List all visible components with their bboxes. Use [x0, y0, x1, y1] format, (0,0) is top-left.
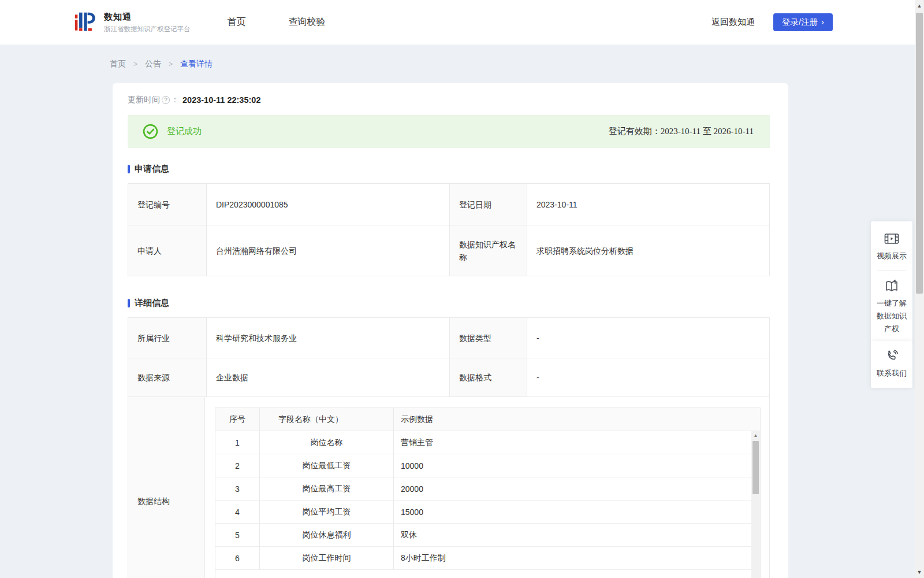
breadcrumb-separator: >	[169, 60, 173, 68]
cell-example: 8小时工作制	[394, 547, 751, 569]
update-time-value: 2023-10-11 22:35:02	[182, 95, 260, 105]
section-title-text: 申请信息	[135, 164, 169, 175]
breadcrumb-notice[interactable]: 公告	[145, 59, 161, 69]
breadcrumb-home[interactable]: 首页	[110, 59, 126, 69]
table-row: 1 岗位名称 营销主管	[215, 431, 751, 454]
section-bar-icon	[128, 165, 130, 173]
data-structure-label: 数据结构	[128, 397, 204, 578]
scroll-up-icon[interactable]: ▲	[751, 433, 760, 438]
detail-info-table: 所属行业 科学研究和技术服务业 数据类型 - 数据来源 企业数据 数据格式 - …	[128, 317, 770, 578]
update-time-label: 更新时间	[128, 95, 160, 105]
cell-field: 岗位最低工资	[260, 454, 394, 477]
cell-field: 岗位休息福利	[260, 524, 394, 546]
reg-no-label: 登记编号	[128, 184, 206, 225]
cell-field: 岗位最高工资	[260, 477, 394, 500]
table-row: 所属行业 科学研究和技术服务业 数据类型 -	[128, 318, 769, 358]
table-row: 数据结构 序号 字段名称（中文） 示例数据 1 岗位名称 营销主管	[128, 397, 769, 578]
contact-us-label: 联系我们	[877, 367, 907, 380]
breadcrumb-separator: >	[133, 60, 137, 68]
status-text: 登记成功	[167, 126, 202, 137]
nav-home[interactable]: 首页	[228, 16, 246, 28]
section-bar-icon	[128, 299, 130, 307]
learn-ip-label: 一键了解数据知识产权	[875, 297, 908, 335]
video-icon	[884, 232, 899, 246]
table-row: 申请人 台州浩瀚网络有限公司 数据知识产权名称 求职招聘系统岗位分析数据	[128, 225, 769, 276]
back-to-shuzhitong-link[interactable]: 返回数知通	[711, 17, 755, 28]
data-source-label: 数据来源	[128, 358, 206, 397]
cell-no: 4	[215, 501, 260, 523]
breadcrumb-current: 查看详情	[180, 59, 213, 69]
window-scrollbar[interactable]: ▲ ▼	[915, 0, 924, 578]
table-row: 6 岗位工作时间 8小时工作制	[215, 547, 751, 570]
applicant-label: 申请人	[128, 225, 206, 276]
help-icon[interactable]: ?	[162, 96, 170, 104]
cell-field: 岗位名称	[260, 431, 394, 454]
phone-icon	[885, 349, 899, 363]
apply-info-table: 登记编号 DIP2023000001085 登记日期 2023-10-11 申请…	[128, 183, 770, 276]
cell-example: 双休	[394, 524, 751, 546]
detail-card: 更新时间 ? ： 2023-10-11 22:35:02 登记成功 登记有效期：…	[113, 83, 788, 578]
table-row: 2 岗位最低工资 10000	[215, 454, 751, 477]
scroll-up-icon[interactable]: ▲	[915, 3, 924, 9]
cell-no: 3	[215, 477, 260, 500]
nav-query-verify[interactable]: 查询校验	[289, 16, 326, 28]
cell-example: 10000	[394, 454, 751, 477]
cell-field: 岗位平均工资	[260, 501, 394, 523]
contact-panel: 联系我们	[871, 341, 912, 388]
table-row: 3 岗位最高工资 20000	[215, 477, 751, 501]
data-format-value: -	[527, 358, 769, 397]
validity-period: 登记有效期：2023-10-11 至 2026-10-11	[609, 126, 754, 137]
cell-example: 20000	[394, 477, 751, 500]
data-structure-cell: 序号 字段名称（中文） 示例数据 1 岗位名称 营销主管 2	[204, 397, 769, 578]
cell-no: 6	[215, 547, 260, 569]
data-type-label: 数据类型	[449, 318, 527, 358]
structure-table-body: 1 岗位名称 营销主管 2 岗位最低工资 10000 3	[215, 431, 751, 570]
reg-no-value: DIP2023000001085	[206, 184, 449, 225]
col-header-field: 字段名称（中文）	[260, 408, 394, 431]
logo-subtitle: 浙江省数据知识产权登记平台	[104, 25, 191, 34]
header-right: 返回数知通 登录/注册 ›	[711, 13, 833, 31]
industry-value: 科学研究和技术服务业	[206, 318, 449, 358]
top-header: 数知通 浙江省数据知识产权登记平台 首页 查询校验 返回数知通 登录/注册 ›	[0, 0, 924, 45]
success-check-icon	[143, 124, 158, 139]
table-row: 4 岗位平均工资 15000	[215, 501, 751, 524]
cell-no: 1	[215, 431, 260, 454]
learn-ip-button[interactable]: 一键了解数据知识产权	[875, 279, 908, 335]
logo-icon	[74, 10, 97, 35]
table-row: 5 岗位休息福利 双休	[215, 524, 751, 547]
logo[interactable]: 数知通 浙江省数据知识产权登记平台	[74, 10, 191, 35]
data-structure-table: 序号 字段名称（中文） 示例数据 1 岗位名称 营销主管 2	[215, 407, 761, 578]
data-format-label: 数据格式	[449, 358, 527, 397]
divider	[878, 271, 906, 271]
section-title-apply-info: 申请信息	[128, 164, 770, 175]
book-icon	[884, 279, 899, 293]
login-register-button[interactable]: 登录/注册 ›	[773, 13, 833, 31]
update-time-colon: ：	[171, 95, 179, 105]
login-register-label: 登录/注册	[782, 17, 818, 28]
update-time-row: 更新时间 ? ： 2023-10-11 22:35:02	[128, 95, 770, 105]
table-row: 数据来源 企业数据 数据格式 -	[128, 358, 769, 397]
section-title-detail-info: 详细信息	[128, 298, 770, 309]
scrollbar-thumb[interactable]	[916, 13, 923, 294]
col-header-example: 示例数据	[394, 408, 760, 431]
industry-label: 所属行业	[128, 318, 206, 358]
inner-scrollbar[interactable]: ▲	[751, 431, 760, 578]
main-nav: 首页 查询校验	[228, 16, 326, 28]
reg-date-value: 2023-10-11	[527, 184, 769, 225]
contact-us-button[interactable]: 联系我们	[875, 349, 908, 380]
table-row: 登记编号 DIP2023000001085 登记日期 2023-10-11	[128, 184, 769, 225]
data-type-value: -	[527, 318, 769, 358]
data-source-value: 企业数据	[206, 358, 449, 397]
registration-status-banner: 登记成功 登记有效期：2023-10-11 至 2026-10-11	[128, 115, 770, 148]
col-header-no: 序号	[215, 408, 260, 431]
chevron-right-icon: ›	[821, 17, 824, 26]
cell-field: 岗位工作时间	[260, 547, 394, 569]
validity-value: 2023-10-11 至 2026-10-11	[661, 127, 754, 136]
scrollbar-thumb[interactable]	[752, 441, 759, 494]
cell-example: 营销主管	[394, 431, 751, 454]
video-demo-button[interactable]: 视频展示	[875, 232, 908, 262]
scroll-down-icon[interactable]: ▼	[915, 569, 924, 575]
floating-panel: 视频展示 一键了解数据知识产权	[871, 221, 912, 343]
section-title-text: 详细信息	[135, 298, 169, 309]
reg-date-label: 登记日期	[449, 184, 527, 225]
